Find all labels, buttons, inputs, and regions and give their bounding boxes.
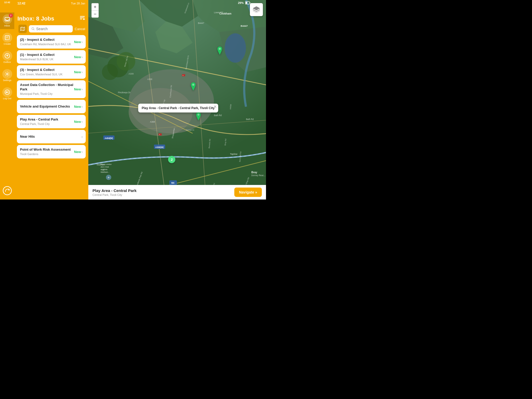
svg-text:Pinckneys Dr: Pinckneys Dr	[118, 91, 131, 94]
create-label: Create	[4, 43, 11, 45]
job-title: (2) - Inspect & Collect	[20, 38, 74, 42]
popup-close-button[interactable]: ✕	[214, 105, 217, 109]
job-status: ›	[82, 135, 83, 139]
sidebar-item-inbox[interactable]: 7 Inbox	[0, 12, 14, 29]
map-pin-3[interactable]	[195, 112, 202, 122]
job-status: New›	[74, 120, 83, 124]
job-status-label: New	[74, 150, 81, 154]
map-pin-1[interactable]	[217, 46, 223, 56]
job-chevron-icon: ›	[82, 120, 83, 124]
job-info: (2) - Inspect & CollectCookham Rd, Maide…	[20, 38, 74, 46]
job-card-job6[interactable]: Play Area - Central ParkCentral Park, Ti…	[17, 115, 86, 128]
svg-text:Bath Rd: Bath Rd	[214, 114, 222, 117]
jobs-panel: 12:42 Tue 28 Jan Inbox: 8 Jobs Cancel	[14, 0, 88, 200]
job-subtitle: Municipal Park, Tivoli City	[20, 92, 74, 96]
job-card-job7[interactable]: Near Hits›	[17, 130, 86, 143]
svg-point-6	[3, 187, 11, 195]
map-cluster[interactable]: 2	[168, 156, 175, 163]
svg-text:Waltham...: Waltham...	[101, 171, 109, 173]
svg-text:Bath Rd: Bath Rd	[246, 118, 254, 121]
job-subtitle: Central Park, Tivoli City	[20, 122, 74, 126]
inbox-icon	[4, 16, 10, 22]
popup-text: Play Area - Central Park - Central Park,…	[142, 106, 215, 110]
svg-text:+: +	[183, 75, 184, 77]
logout-svg	[4, 89, 10, 95]
svg-text:A404(M): A404(M)	[105, 137, 113, 139]
job-status: New›	[74, 55, 83, 59]
job-title: Point of Work Risk Assessment	[20, 148, 74, 152]
svg-text:+: +	[159, 134, 160, 136]
job-chevron-icon: ›	[82, 40, 83, 44]
job-card-job5[interactable]: Vehicle and Equipment ChecksNew›	[17, 100, 86, 113]
job-status-label: New	[74, 105, 81, 109]
zoom-in-button[interactable]: +	[91, 3, 99, 10]
svg-text:Noreys Dr: Noreys Dr	[186, 129, 195, 131]
job-status-label: New	[74, 120, 81, 124]
sidebar-item-settings[interactable]: Settings	[0, 67, 14, 84]
svg-text:West London: West London	[101, 163, 111, 165]
svg-text:B4447: B4447	[241, 25, 248, 27]
map-popup[interactable]: ✕ Play Area - Central Park - Central Par…	[138, 104, 218, 112]
panel-header: Inbox: 8 Jobs	[14, 5, 88, 25]
zoom-out-button[interactable]: −	[91, 10, 99, 18]
job-chevron-icon: ›	[82, 55, 83, 59]
job-card-job1[interactable]: (2) - Inspect & CollectCookham Rd, Maide…	[17, 35, 86, 49]
job-card-job2[interactable]: (1) - Inspect & CollectMaidenhead SL6 8L…	[17, 50, 86, 64]
svg-text:Dorney Reac...: Dorney Reac...	[251, 174, 265, 177]
job-card-job3[interactable]: (3) - Inspect & CollectCox Green, Maiden…	[17, 65, 86, 79]
svg-text:✈: ✈	[108, 176, 110, 179]
map-toggle-button[interactable]	[18, 25, 27, 33]
pin-icon-1	[217, 46, 223, 55]
job-status-label: New	[74, 40, 81, 44]
battery-icon	[245, 1, 250, 4]
svg-text:Aero Club: Aero Club	[101, 166, 109, 168]
svg-point-26	[102, 64, 118, 80]
navigate-button[interactable]: Navigate »	[234, 188, 262, 197]
sidebar-item-logout[interactable]: Log Out	[0, 85, 14, 102]
layers-button[interactable]	[250, 3, 263, 16]
cancel-button[interactable]: Cancel	[75, 27, 85, 31]
logout-icon	[2, 87, 12, 97]
job-status: New›	[74, 40, 83, 44]
sidebar-item-create[interactable]: Create	[0, 31, 14, 47]
settings-label: Settings	[3, 79, 11, 82]
job-card-job8[interactable]: Point of Work Risk AssessmentTivoli Gard…	[17, 145, 86, 158]
job-title: Asset Data Collection - Municipal Park	[20, 83, 74, 92]
sidebar-time: 12:42	[0, 1, 14, 4]
logout-label: Log Out	[3, 97, 11, 100]
sort-icon[interactable]	[79, 15, 85, 22]
job-title: Vehicle and Equipment Checks	[20, 104, 74, 109]
outbox-label: Outbox	[3, 61, 11, 63]
job-subtitle: Maidenhead SL6 8LW, UK	[20, 58, 74, 61]
bottom-job-subtitle: Central Park, Tivoli City	[92, 193, 137, 196]
svg-rect-83	[246, 2, 247, 4]
job-title: Play Area - Central Park	[20, 117, 74, 122]
bottom-job-title: Play Area - Central Park	[92, 188, 137, 193]
create-icon	[2, 33, 12, 43]
pin-icon-2	[190, 82, 196, 91]
create-svg	[4, 35, 10, 41]
map-icon	[20, 26, 25, 31]
job-title: (3) - Inspect & Collect	[20, 68, 74, 72]
svg-point-23	[225, 33, 246, 63]
inbox-badge: 7	[9, 14, 13, 18]
map-controls: + −	[91, 3, 99, 18]
map-pin-2[interactable]	[190, 82, 196, 92]
job-card-job4[interactable]: Asset Data Collection - Municipal ParkMu…	[17, 80, 86, 98]
job-chevron-icon: ›	[82, 87, 83, 91]
sidebar: 12:42 7 Inbox	[0, 0, 14, 200]
job-info: Point of Work Risk AssessmentTivoli Gard…	[20, 148, 74, 156]
sidebar-item-outbox[interactable]: Outbox	[0, 49, 14, 65]
jobs-list: (2) - Inspect & CollectCookham Rd, Maide…	[14, 35, 88, 200]
job-info: Asset Data Collection - Municipal ParkMu…	[20, 83, 74, 96]
job-chevron-icon: ›	[82, 150, 83, 154]
svg-text:A308: A308	[150, 121, 155, 123]
pin-icon-3	[195, 112, 202, 121]
job-status: New›	[74, 87, 83, 91]
panel-title: Inbox: 8 Jobs	[17, 15, 54, 22]
job-chevron-icon: ›	[82, 70, 83, 74]
sync-button[interactable]	[3, 186, 12, 200]
search-input[interactable]	[36, 27, 70, 31]
map-bottom-bar: Play Area - Central Park Central Park, T…	[88, 185, 266, 200]
inbox-label: Inbox	[4, 24, 10, 27]
